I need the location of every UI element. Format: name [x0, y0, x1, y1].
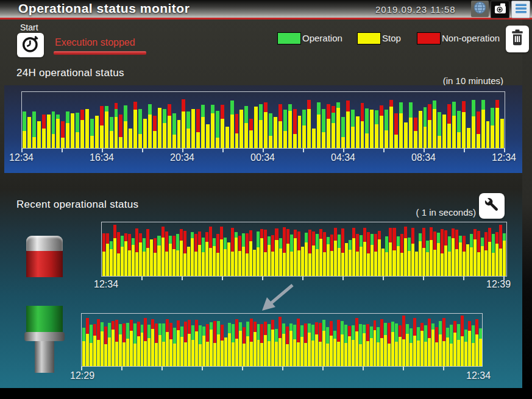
recent-unit-note: ( 1 in seconds) — [416, 207, 476, 217]
recent-status-chart-previous — [81, 313, 483, 367]
clear-data-button[interactable] — [506, 26, 529, 52]
stopwatch-icon — [21, 34, 40, 56]
signal-tower-red-light — [26, 251, 63, 277]
start-button[interactable] — [17, 33, 44, 57]
legend-label-non-operation: Non-operation — [442, 33, 500, 43]
legend-swatch-operation — [277, 32, 301, 44]
daily-axis-label: 20:34 — [170, 152, 194, 163]
hamburger-menu-icon — [514, 2, 528, 17]
daily-axis-label: 12:34 — [9, 152, 34, 163]
daily-axis-label: 04:34 — [331, 152, 355, 163]
history-arrow-icon — [256, 281, 296, 316]
operational-status-monitor-screen: Operational status monitor 2019.09.23 11… — [0, 0, 532, 399]
legend-label-operation: Operation — [302, 33, 342, 43]
page-title: Operational status monitor — [18, 1, 190, 16]
signal-tower-green-light — [26, 306, 63, 332]
legend-swatch-non-operation — [417, 32, 441, 44]
daily-unit-note: (in 10 minutes) — [443, 76, 503, 86]
legend-label-stop: Stop — [382, 33, 401, 43]
signal-tower — [23, 236, 66, 373]
wrench-icon — [483, 196, 501, 216]
daily-axis-label: 08:34 — [411, 152, 436, 163]
recent-chart-previous-bars — [82, 314, 482, 366]
daily-axis-label: 16:34 — [90, 152, 114, 163]
execution-status-underline — [54, 51, 146, 55]
recent-chart-current-bars — [102, 222, 506, 276]
recent-section-title: Recent operational status — [16, 199, 138, 211]
daily-status-chart — [21, 91, 505, 149]
signal-tower-cap — [26, 236, 63, 252]
recent-previous-start-label: 12:29 — [70, 370, 94, 381]
signal-tower-amber-light — [26, 277, 63, 306]
screenshot-button[interactable] — [491, 1, 509, 18]
daily-chart-bars — [22, 92, 505, 148]
recent-previous-end-label: 12:34 — [466, 370, 491, 381]
right-margin — [522, 19, 532, 388]
recent-current-end-label: 12:39 — [486, 279, 511, 290]
globe-icon — [473, 1, 487, 17]
execution-status-text: Execution stopped — [55, 37, 135, 48]
settings-button[interactable] — [479, 193, 505, 219]
trash-icon — [509, 28, 526, 50]
daily-axis-label: 12:34 — [492, 152, 516, 163]
recent-status-chart-current — [101, 222, 507, 277]
legend-swatch-stop — [357, 32, 381, 44]
title-divider — [0, 18, 532, 19]
language-button[interactable] — [471, 1, 489, 17]
recent-previous-axis-ticks — [81, 367, 483, 370]
start-button-label: Start — [20, 23, 38, 32]
daily-section-title: 24H operational status — [16, 67, 124, 79]
signal-tower-pole — [35, 341, 54, 373]
daily-axis-label: 00:34 — [250, 152, 275, 163]
signal-tower-base — [24, 332, 65, 341]
menu-button[interactable] — [511, 1, 530, 18]
recent-current-axis-ticks — [141, 277, 507, 280]
recent-current-start-label: 12:34 — [94, 279, 118, 290]
datetime-display: 2019.09.23 11:58 — [375, 4, 456, 15]
camera-icon — [493, 2, 508, 18]
bottom-margin — [0, 388, 532, 399]
